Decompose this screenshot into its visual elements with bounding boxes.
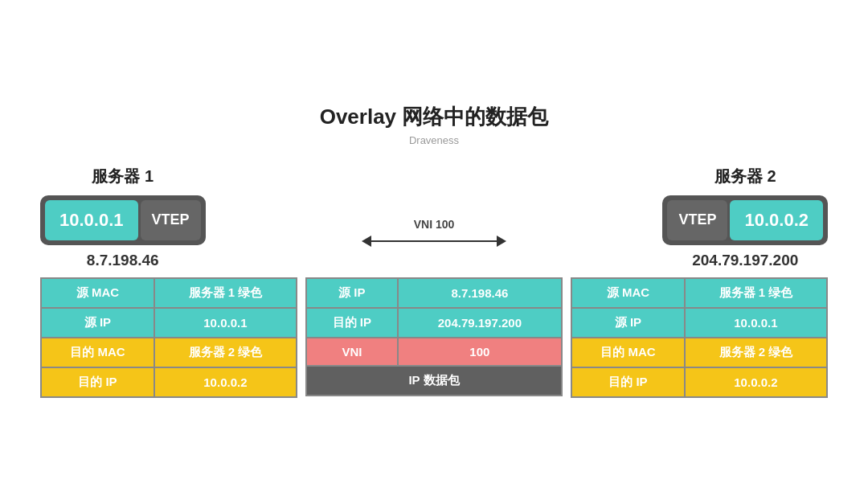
cell-src-mac-value: 服务器 1 绿色: [154, 278, 297, 308]
cell-r-dst-ip-label: 目的 IP: [571, 367, 685, 397]
cell-src-ip-value: 10.0.0.1: [154, 308, 297, 338]
table-row: 源 MAC 服务器 1 绿色: [41, 278, 297, 308]
server2-label: 服务器 2: [714, 166, 776, 187]
cell-src-mac-label: 源 MAC: [41, 278, 154, 308]
cell-r-dst-mac-label: 目的 MAC: [571, 338, 685, 367]
arrow-shaft: [371, 240, 497, 242]
table-row: 目的 MAC 服务器 2 绿色: [41, 338, 297, 367]
packet-left-table: 源 MAC 服务器 1 绿色 源 IP 10.0.0.1 目的 MAC 服务器 …: [40, 277, 297, 398]
cell-r-src-ip-label: 源 IP: [571, 308, 685, 338]
arrow-right-head: [497, 236, 506, 247]
server1-box: 10.0.0.1 VTEP: [40, 195, 206, 245]
cell-ip-datagram: IP 数据包: [306, 366, 562, 396]
page-title: Overlay 网络中的数据包: [40, 103, 828, 131]
server1-block: 服务器 1 10.0.0.1 VTEP 8.7.198.46: [40, 166, 206, 269]
cell-r-dst-ip-value: 10.0.0.2: [685, 367, 827, 397]
cell-r-src-ip-value: 10.0.0.1: [685, 308, 827, 338]
cell-outer-src-ip-value: 8.7.198.46: [398, 278, 562, 308]
main-container: Overlay 网络中的数据包 Draveness 服务器 1 10.0.0.1…: [32, 87, 836, 406]
table-row: 目的 MAC 服务器 2 绿色: [571, 338, 827, 367]
table-row: 源 IP 10.0.0.1: [41, 308, 297, 338]
table-row: 源 IP 10.0.0.1: [571, 308, 827, 338]
cell-dst-mac-label: 目的 MAC: [41, 338, 154, 367]
server2-box: VTEP 10.0.0.2: [662, 195, 828, 245]
cell-dst-ip-value: 10.0.0.2: [154, 367, 297, 397]
packet-middle-table: 源 IP 8.7.198.46 目的 IP 204.79.197.200 VNI…: [305, 277, 563, 396]
cell-src-ip-label: 源 IP: [41, 308, 154, 338]
bidirectional-arrow: [362, 236, 506, 247]
server1-vtep: VTEP: [141, 200, 201, 240]
table-row: 目的 IP 10.0.0.2: [41, 367, 297, 397]
table-row: IP 数据包: [306, 366, 562, 396]
vni-arrow-area: VNI 100: [206, 218, 663, 269]
server2-ip-box: 10.0.0.2: [730, 200, 823, 240]
cell-vni-value: 100: [398, 338, 562, 366]
cell-outer-dst-ip-value: 204.79.197.200: [398, 308, 562, 338]
arrow-left-head: [362, 236, 371, 247]
server1-ip-box: 10.0.0.1: [45, 200, 138, 240]
servers-row: 服务器 1 10.0.0.1 VTEP 8.7.198.46 VNI 100 服…: [40, 166, 828, 269]
server1-label: 服务器 1: [92, 166, 154, 187]
cell-outer-dst-ip-label: 目的 IP: [306, 308, 398, 338]
packets-row: 源 MAC 服务器 1 绿色 源 IP 10.0.0.1 目的 MAC 服务器 …: [40, 277, 828, 398]
page-subtitle: Draveness: [40, 134, 828, 146]
cell-r-src-mac-value: 服务器 1 绿色: [685, 278, 827, 308]
server2-underlay-ip: 204.79.197.200: [692, 252, 798, 269]
cell-r-dst-mac-value: 服务器 2 绿色: [685, 338, 827, 367]
table-row: 目的 IP 10.0.0.2: [571, 367, 827, 397]
table-row: 源 MAC 服务器 1 绿色: [571, 278, 827, 308]
cell-dst-mac-value: 服务器 2 绿色: [154, 338, 297, 367]
packet-right-table: 源 MAC 服务器 1 绿色 源 IP 10.0.0.1 目的 MAC 服务器 …: [571, 277, 828, 398]
table-row: 源 IP 8.7.198.46: [306, 278, 562, 308]
server2-block: 服务器 2 VTEP 10.0.0.2 204.79.197.200: [662, 166, 828, 269]
cell-vni-label: VNI: [306, 338, 398, 366]
cell-r-src-mac-label: 源 MAC: [571, 278, 685, 308]
table-row: VNI 100: [306, 338, 562, 366]
vni-label: VNI 100: [414, 218, 455, 231]
cell-outer-src-ip-label: 源 IP: [306, 278, 398, 308]
server2-vtep: VTEP: [667, 200, 727, 240]
table-row: 目的 IP 204.79.197.200: [306, 308, 562, 338]
cell-dst-ip-label: 目的 IP: [41, 367, 154, 397]
server1-underlay-ip: 8.7.198.46: [87, 252, 159, 269]
